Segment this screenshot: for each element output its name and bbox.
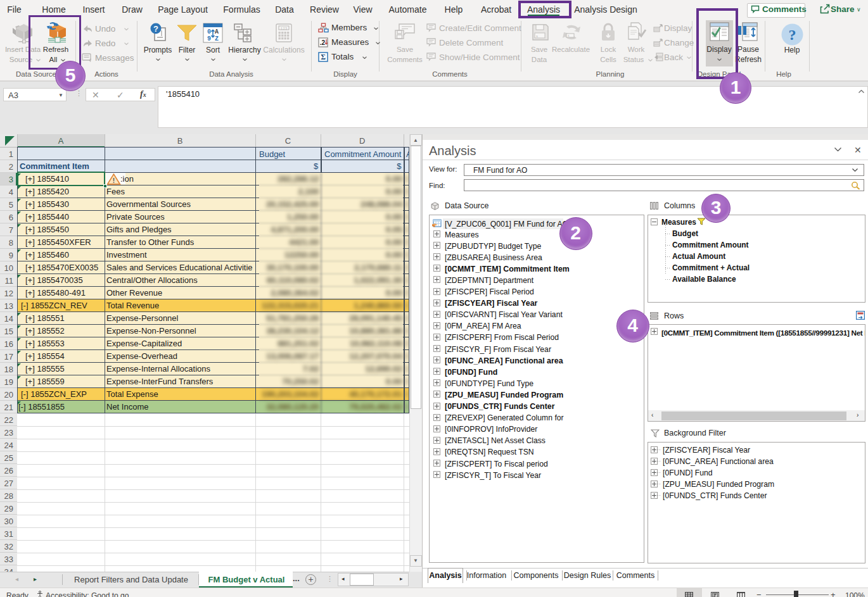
svg-text:9: 9 (207, 35, 211, 42)
svg-text:0: 0 (207, 28, 211, 35)
svg-text:Z: Z (215, 35, 219, 42)
svg-text:A: A (215, 28, 219, 35)
svg-text:!: ! (113, 177, 115, 184)
svg-text:Σ: Σ (321, 53, 326, 61)
svg-text:?: ? (153, 24, 158, 34)
svg-text:123: 123 (281, 27, 288, 31)
svg-text:.2: .2 (320, 39, 326, 46)
svg-text:s: s (536, 34, 538, 38)
svg-text:?: ? (789, 27, 796, 43)
